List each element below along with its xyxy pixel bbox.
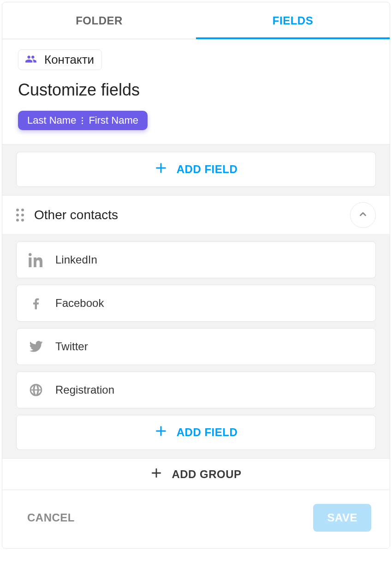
chevron-up-icon xyxy=(358,209,368,221)
plus-icon xyxy=(154,162,167,177)
footer: CANCEL SAVE xyxy=(2,490,390,548)
add-field-button-group[interactable]: ADD FIELD xyxy=(16,415,376,450)
field-label: Facebook xyxy=(55,297,104,310)
field-item-registration[interactable]: Registration xyxy=(16,371,376,408)
cancel-label: CANCEL xyxy=(27,511,75,524)
linkedin-icon xyxy=(28,252,44,267)
drag-handle-icon[interactable] xyxy=(16,209,24,222)
field-list: LinkedIn Facebook Twitter Registration A xyxy=(2,234,390,458)
save-button[interactable]: SAVE xyxy=(313,504,371,532)
group-header-other-contacts[interactable]: Other contacts xyxy=(2,195,390,234)
pill-left: Last Name xyxy=(27,114,76,126)
top-add-field-section: ADD FIELD xyxy=(2,144,390,195)
tab-folder[interactable]: FOLDER xyxy=(2,2,196,39)
group-title: Other contacts xyxy=(34,208,340,222)
add-group-button[interactable]: ADD GROUP xyxy=(2,458,390,490)
add-field-label: ADD FIELD xyxy=(177,426,238,439)
field-label: LinkedIn xyxy=(55,253,97,266)
field-item-facebook[interactable]: Facebook xyxy=(16,285,376,322)
collapse-button[interactable] xyxy=(350,202,376,228)
tab-fields[interactable]: FIELDS xyxy=(196,2,390,39)
tab-folder-label: FOLDER xyxy=(76,14,123,27)
tab-bar: FOLDER FIELDS xyxy=(2,2,390,39)
add-field-label: ADD FIELD xyxy=(177,163,238,176)
customize-fields-panel: FOLDER FIELDS Контакти Customize fields … xyxy=(2,2,390,549)
twitter-icon xyxy=(28,339,44,354)
name-format-pill[interactable]: Last Name First Name xyxy=(18,111,148,130)
plus-icon xyxy=(150,467,162,482)
globe-icon xyxy=(28,383,44,397)
folder-chip-label: Контакти xyxy=(44,53,94,67)
folder-chip[interactable]: Контакти xyxy=(18,49,102,70)
field-label: Twitter xyxy=(55,340,88,353)
save-label: SAVE xyxy=(327,511,357,524)
header: Контакти Customize fields Last Name Firs… xyxy=(2,39,390,144)
cancel-button[interactable]: CANCEL xyxy=(27,511,75,524)
plus-icon xyxy=(154,425,167,440)
field-item-linkedin[interactable]: LinkedIn xyxy=(16,241,376,278)
page-title: Customize fields xyxy=(18,80,374,100)
pill-right: First Name xyxy=(89,114,138,126)
field-label: Registration xyxy=(55,383,114,396)
people-icon xyxy=(23,53,39,67)
add-field-button-top[interactable]: ADD FIELD xyxy=(16,152,376,187)
drag-separator-icon xyxy=(82,117,83,124)
tab-fields-label: FIELDS xyxy=(273,14,313,27)
facebook-icon xyxy=(28,296,44,311)
add-group-label: ADD GROUP xyxy=(172,468,241,481)
field-item-twitter[interactable]: Twitter xyxy=(16,328,376,365)
